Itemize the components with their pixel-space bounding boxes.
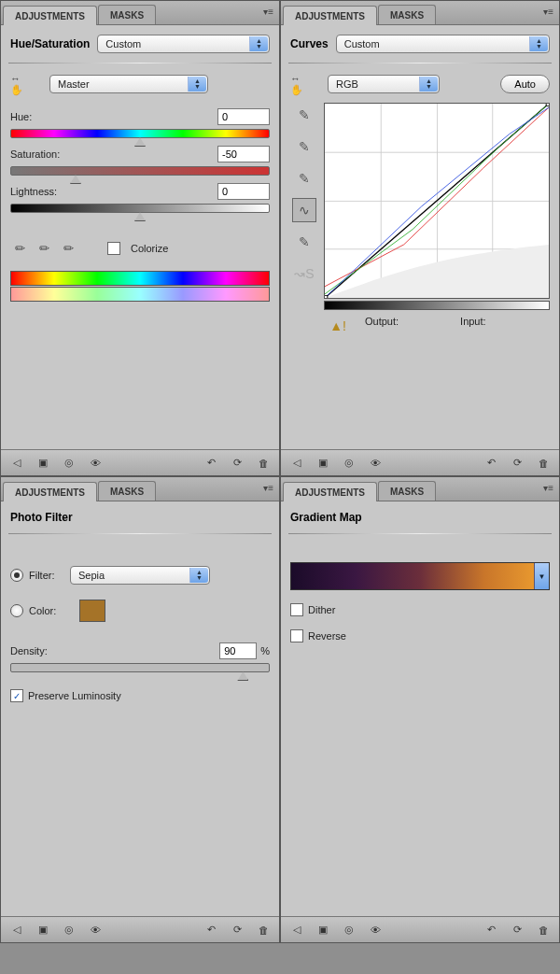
density-slider[interactable]	[10, 663, 270, 672]
back-icon[interactable]: ◁	[7, 921, 27, 939]
reset-icon[interactable]: ⟳	[227, 921, 247, 939]
panel-tabs: ADJUSTMENTS MASKS ▾≡	[281, 1, 559, 25]
auto-button[interactable]: Auto	[500, 75, 550, 93]
lightness-slider[interactable]	[10, 204, 270, 213]
density-label: Density:	[10, 645, 48, 656]
eyedropper-icon[interactable]: ✎	[7, 235, 33, 261]
toggle-visibility-icon[interactable]: 👁	[85, 921, 105, 939]
eyedropper-add-icon[interactable]: ✎	[31, 235, 57, 261]
previous-state-icon[interactable]: ↶	[201, 454, 221, 473]
eyedropper-black-icon[interactable]: ✎	[292, 103, 316, 127]
previous-state-icon[interactable]: ↶	[481, 454, 501, 473]
panel-menu-icon[interactable]: ▾≡	[263, 483, 273, 493]
preserve-luminosity-checkbox[interactable]: ✓	[10, 689, 23, 702]
scrubby-hand-icon[interactable]: ↔✋	[290, 73, 313, 95]
panel-menu-icon[interactable]: ▾≡	[543, 483, 553, 493]
previous-state-icon[interactable]: ↶	[201, 921, 221, 939]
pencil-tool-icon[interactable]: ✎	[292, 230, 316, 254]
expanded-view-icon[interactable]: ▣	[33, 454, 53, 473]
panel-menu-icon[interactable]: ▾≡	[543, 7, 553, 17]
tab-adjustments[interactable]: ADJUSTMENTS	[283, 482, 377, 501]
previous-state-icon[interactable]: ↶	[481, 921, 501, 939]
density-unit: %	[260, 645, 270, 656]
density-input[interactable]: 90	[219, 642, 257, 659]
lightness-thumb[interactable]	[134, 212, 146, 221]
curve-point-tool-icon[interactable]: ∿	[292, 198, 316, 222]
dither-checkbox[interactable]	[290, 603, 303, 616]
scrubby-hand-icon[interactable]: ↔✋	[10, 73, 33, 95]
hsl-channel-select[interactable]: Master ▲▼	[49, 75, 208, 93]
hue-thumb[interactable]	[134, 137, 146, 147]
filter-select[interactable]: Sepia ▲▼	[70, 566, 210, 585]
curves-preset-select[interactable]: Custom ▲▼	[336, 35, 550, 53]
density-thumb[interactable]	[237, 671, 248, 681]
smooth-tool-icon[interactable]: ↝Ѕ	[292, 261, 316, 286]
input-label: Input:	[460, 316, 486, 336]
colorize-label: Colorize	[131, 243, 168, 254]
back-icon[interactable]: ◁	[287, 921, 307, 939]
hsl-preset-select[interactable]: Custom ▲▼	[97, 35, 270, 53]
tab-adjustments[interactable]: ADJUSTMENTS	[3, 482, 97, 501]
tab-masks[interactable]: MASKS	[378, 481, 436, 501]
panel-footer: ◁ ▣ ◎ 👁 ↶ ⟳ 🗑	[281, 449, 559, 475]
eyedropper-subtract-icon[interactable]: ✎	[55, 235, 81, 261]
saturation-label: Saturation:	[10, 148, 60, 160]
gradient-dropdown-icon[interactable]: ▼	[534, 563, 549, 589]
hsl-preset-value: Custom	[105, 38, 141, 49]
trash-icon[interactable]: 🗑	[253, 454, 273, 473]
hue-input[interactable]: 0	[217, 108, 270, 125]
photo-filter-title: Photo Filter	[10, 511, 73, 524]
toggle-visibility-icon[interactable]: 👁	[365, 921, 385, 939]
clip-layer-icon[interactable]: ◎	[59, 454, 79, 473]
select-arrows-icon: ▲▼	[188, 77, 206, 92]
curves-channel-select[interactable]: RGB ▲▼	[328, 75, 440, 93]
expanded-view-icon[interactable]: ▣	[313, 454, 333, 473]
reset-icon[interactable]: ⟳	[507, 454, 527, 473]
clip-warning-icon[interactable]: ▲!	[328, 316, 348, 336]
reset-icon[interactable]: ⟳	[507, 921, 527, 939]
clip-layer-icon[interactable]: ◎	[59, 921, 79, 939]
saturation-input[interactable]: -50	[217, 146, 270, 162]
expanded-view-icon[interactable]: ▣	[313, 921, 333, 939]
clip-layer-icon[interactable]: ◎	[339, 454, 359, 473]
reverse-checkbox[interactable]	[290, 629, 303, 642]
colorize-checkbox[interactable]	[107, 242, 120, 255]
eyedropper-gray-icon[interactable]: ✎	[292, 134, 316, 159]
panel-footer: ◁ ▣ ◎ 👁 ↶ ⟳ 🗑	[1, 916, 279, 942]
preserve-luminosity-label: Preserve Luminosity	[28, 690, 121, 701]
input-ramp[interactable]	[324, 301, 550, 310]
saturation-slider[interactable]	[10, 166, 270, 176]
curves-graph[interactable]	[324, 103, 550, 299]
trash-icon[interactable]: 🗑	[533, 921, 553, 939]
tab-masks[interactable]: MASKS	[378, 5, 436, 24]
tab-adjustments[interactable]: ADJUSTMENTS	[3, 6, 97, 25]
hue-slider[interactable]	[10, 129, 270, 138]
clip-layer-icon[interactable]: ◎	[339, 921, 359, 939]
panel-tabs: ADJUSTMENTS MASKS ▾≡	[281, 477, 559, 501]
svg-rect-7	[546, 104, 549, 106]
tab-masks[interactable]: MASKS	[98, 5, 156, 24]
back-icon[interactable]: ◁	[287, 454, 307, 473]
color-swatch[interactable]	[79, 600, 105, 622]
curves-panel: ADJUSTMENTS MASKS ▾≡ Curves Custom ▲▼ ↔✋…	[280, 0, 560, 476]
filter-radio[interactable]	[10, 569, 23, 582]
toggle-visibility-icon[interactable]: 👁	[85, 454, 105, 473]
panel-menu-icon[interactable]: ▾≡	[263, 7, 273, 17]
reset-icon[interactable]: ⟳	[227, 454, 247, 473]
saturation-thumb[interactable]	[70, 175, 81, 184]
hsl-title: Hue/Saturation	[10, 37, 90, 50]
color-strip-top	[10, 271, 270, 286]
tab-adjustments[interactable]: ADJUSTMENTS	[283, 6, 377, 25]
trash-icon[interactable]: 🗑	[253, 921, 273, 939]
lightness-input[interactable]: 0	[217, 183, 270, 200]
back-icon[interactable]: ◁	[7, 454, 27, 473]
eyedropper-white-icon[interactable]: ✎	[292, 166, 316, 191]
trash-icon[interactable]: 🗑	[533, 454, 553, 473]
gradient-bar[interactable]: ▼	[290, 562, 550, 590]
color-radio[interactable]	[10, 604, 23, 617]
tab-masks[interactable]: MASKS	[98, 481, 156, 501]
expanded-view-icon[interactable]: ▣	[33, 921, 53, 939]
select-arrows-icon: ▲▼	[249, 36, 268, 51]
color-label: Color:	[29, 605, 70, 616]
toggle-visibility-icon[interactable]: 👁	[365, 454, 385, 473]
